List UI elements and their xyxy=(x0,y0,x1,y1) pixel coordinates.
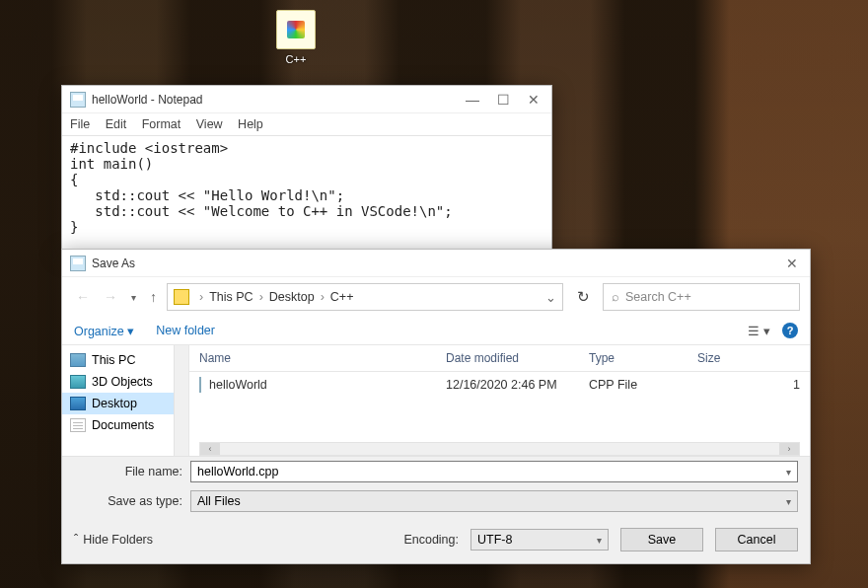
recent-button[interactable]: ▾ xyxy=(127,290,140,305)
saveas-dialog: Save As ✕ ← → ▾ ↑ › This PC › Desktop › … xyxy=(61,249,811,564)
notepad-titlebar[interactable]: helloWorld - Notepad — ☐ ✕ xyxy=(62,86,551,113)
hidefolders-button[interactable]: ˆHide Folders xyxy=(74,533,153,547)
menu-edit[interactable]: Edit xyxy=(106,117,127,131)
notepad-window: helloWorld - Notepad — ☐ ✕ File Edit For… xyxy=(61,85,552,253)
saveas-icon xyxy=(70,256,86,271)
nav-tree: This PC 3D Objects Desktop Documents xyxy=(62,345,188,456)
organize-button[interactable]: Organize ▾ xyxy=(74,324,134,338)
close-button[interactable]: ✕ xyxy=(528,92,540,108)
breadcrumb[interactable]: › This PC › Desktop › C++ ⌄ xyxy=(167,283,563,311)
tree-thispc[interactable]: This PC xyxy=(62,349,188,371)
shortcut-label: C++ xyxy=(261,53,330,65)
desktop-icon xyxy=(70,397,86,410)
help-icon[interactable]: ? xyxy=(782,323,798,338)
h-scrollbar[interactable]: ‹› xyxy=(199,442,800,456)
file-pane: This PC 3D Objects Desktop Documents Nam… xyxy=(62,345,810,456)
close-button[interactable]: ✕ xyxy=(786,256,798,271)
search-input[interactable]: ⌕ Search C++ xyxy=(603,283,800,311)
view-button[interactable]: ☰ ▾ xyxy=(748,324,770,338)
refresh-button[interactable]: ↻ xyxy=(569,283,597,311)
cube-icon xyxy=(70,375,86,389)
file-list: Name Date modified Type Size helloWorld … xyxy=(188,345,810,456)
folder-icon xyxy=(276,10,316,49)
newfolder-button[interactable]: New folder xyxy=(156,324,215,337)
filename-input[interactable]: helloWorld.cpp▾ xyxy=(190,461,798,482)
menu-help[interactable]: Help xyxy=(238,117,263,131)
saveas-titlebar[interactable]: Save As ✕ xyxy=(62,250,810,277)
notepad-title: helloWorld - Notepad xyxy=(92,93,466,107)
column-headers: Name Date modified Type Size xyxy=(189,345,810,372)
crumb-cpp[interactable]: C++ xyxy=(330,290,354,304)
saveas-title: Save As xyxy=(92,257,786,270)
col-name[interactable]: Name xyxy=(199,351,446,365)
encoding-combo[interactable]: UTF-8▾ xyxy=(470,529,609,551)
tree-3dobjects[interactable]: 3D Objects xyxy=(62,371,188,393)
file-row[interactable]: helloWorld 12/16/2020 2:46 PM CPP File 1 xyxy=(189,372,810,398)
back-button[interactable]: ← xyxy=(72,287,94,307)
search-placeholder: Search C++ xyxy=(625,290,691,304)
pc-icon xyxy=(70,353,86,367)
encoding-label: Encoding: xyxy=(403,533,459,547)
toolbar: Organize ▾ New folder ☰ ▾ ? xyxy=(62,317,810,345)
tree-documents[interactable]: Documents xyxy=(62,414,188,436)
search-icon: ⌕ xyxy=(612,290,619,304)
notepad-icon xyxy=(70,92,86,108)
tree-desktop[interactable]: Desktop xyxy=(62,393,188,414)
menu-view[interactable]: View xyxy=(196,117,223,131)
forward-button[interactable]: → xyxy=(100,287,121,307)
document-icon xyxy=(70,418,86,432)
nav-row: ← → ▾ ↑ › This PC › Desktop › C++ ⌄ ↻ ⌕ … xyxy=(62,277,810,317)
chevron-up-icon: ˆ xyxy=(74,533,78,547)
up-button[interactable]: ↑ xyxy=(146,287,161,307)
save-button[interactable]: Save xyxy=(620,528,703,551)
menu-format[interactable]: Format xyxy=(142,117,181,131)
saveastype-label: Save as type: xyxy=(74,494,182,508)
col-size[interactable]: Size xyxy=(697,351,800,365)
crumb-thispc[interactable]: This PC xyxy=(209,290,253,304)
notepad-menubar: File Edit Format View Help xyxy=(62,113,551,136)
crumb-desktop[interactable]: Desktop xyxy=(269,290,315,304)
saveastype-combo[interactable]: All Files▾ xyxy=(190,490,798,512)
file-icon xyxy=(199,377,201,393)
notepad-editor[interactable]: #include <iostream> int main() { std::co… xyxy=(62,136,551,239)
minimize-button[interactable]: — xyxy=(466,92,479,108)
menu-file[interactable]: File xyxy=(70,117,90,131)
desktop-shortcut-cpp[interactable]: C++ xyxy=(261,10,330,65)
chevron-down-icon[interactable]: ⌄ xyxy=(545,290,556,305)
filename-label: File name: xyxy=(74,465,182,478)
cancel-button[interactable]: Cancel xyxy=(715,528,798,551)
col-date[interactable]: Date modified xyxy=(446,351,589,365)
maximize-button[interactable]: ☐ xyxy=(497,92,510,108)
col-type[interactable]: Type xyxy=(589,351,697,365)
footer: ˆHide Folders Encoding: UTF-8▾ Save Canc… xyxy=(62,516,810,563)
folder-icon xyxy=(174,289,189,305)
